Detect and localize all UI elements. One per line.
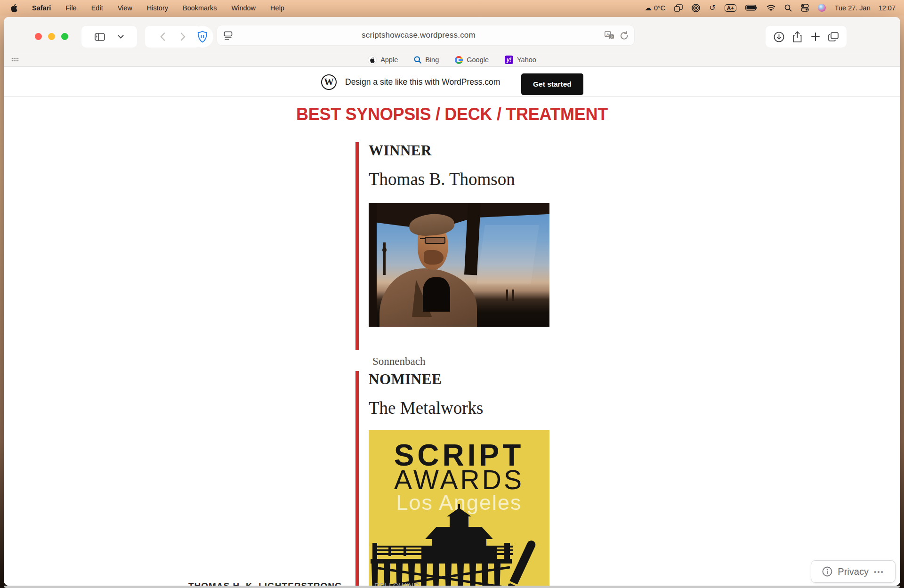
menu-bar-clock[interactable]: Tue 27. Jan 12:07 bbox=[835, 4, 896, 12]
screen-mirroring-icon[interactable] bbox=[674, 4, 683, 12]
menu-item-window[interactable]: Window bbox=[232, 4, 256, 12]
weather-cloud-icon: ☁ bbox=[645, 4, 652, 12]
page-format-icon[interactable] bbox=[217, 31, 233, 40]
yahoo-favicon: y! bbox=[505, 56, 513, 64]
chimney-silhouette bbox=[506, 290, 508, 301]
chimney-silhouette bbox=[512, 290, 514, 301]
date-label: Tue 27. Jan bbox=[835, 4, 871, 12]
favorite-label: Google bbox=[467, 56, 489, 64]
beard bbox=[424, 250, 444, 265]
reload-icon[interactable] bbox=[620, 31, 629, 40]
wordpress-logo-icon: W bbox=[321, 74, 337, 90]
desktop-background: Safari File Edit View History Bookmarks … bbox=[0, 0, 904, 588]
get-started-button[interactable]: Get started bbox=[521, 73, 583, 95]
apple-favicon bbox=[368, 56, 377, 64]
zoom-window-button[interactable] bbox=[61, 33, 68, 40]
download-icon[interactable] bbox=[774, 32, 784, 42]
info-icon bbox=[822, 566, 832, 577]
page-title: BEST SYNOPSIS / DECK / TREATMENT bbox=[4, 105, 900, 124]
sidebar-control bbox=[81, 26, 137, 48]
clipped-label-fragment: FOLLOWING bbox=[374, 582, 420, 586]
bing-favicon bbox=[414, 56, 421, 64]
nominee-name: The Metalworks bbox=[369, 398, 685, 418]
wordpress-banner: W Design a site like this with WordPress… bbox=[4, 67, 900, 97]
accessibility-a-plus-icon[interactable]: A+ bbox=[725, 4, 736, 12]
tv-tower-silhouette bbox=[383, 242, 386, 274]
page-content: BEST SYNOPSIS / DECK / TREATMENT WINNER … bbox=[4, 97, 900, 586]
battery-icon[interactable] bbox=[745, 4, 758, 12]
menu-item-edit[interactable]: Edit bbox=[91, 4, 103, 12]
favorite-label: Yahoo bbox=[517, 56, 536, 64]
menu-item-history[interactable]: History bbox=[147, 4, 168, 12]
winner-label: WINNER bbox=[369, 142, 685, 159]
black-turtleneck bbox=[423, 277, 450, 312]
temperature-label: 0°C bbox=[654, 4, 665, 12]
hotspot-icon[interactable] bbox=[692, 4, 700, 12]
favorite-label: Bing bbox=[425, 56, 439, 64]
weather-status[interactable]: ☁ 0°C bbox=[645, 4, 665, 12]
minimize-window-button[interactable] bbox=[48, 33, 55, 40]
spotlight-search-icon[interactable] bbox=[784, 4, 792, 12]
safari-window: scriptshowcase.wordpress.com A文 bbox=[4, 17, 900, 586]
toolbar-actions bbox=[766, 26, 847, 48]
sidebar-icon[interactable] bbox=[95, 33, 105, 41]
sidebar-chevron-down-icon[interactable] bbox=[118, 35, 124, 39]
favorites-grid-icon[interactable] bbox=[11, 57, 19, 63]
share-icon[interactable] bbox=[792, 31, 802, 43]
favorite-bing[interactable]: Bing bbox=[414, 56, 439, 64]
privacy-button[interactable]: Privacy ••• bbox=[811, 560, 896, 583]
favorite-yahoo[interactable]: y! Yahoo bbox=[505, 56, 536, 64]
wifi-icon[interactable] bbox=[767, 4, 775, 12]
control-center-icon[interactable] bbox=[801, 4, 809, 12]
svg-text:文: 文 bbox=[610, 35, 614, 39]
safari-toolbar: scriptshowcase.wordpress.com A文 bbox=[4, 17, 900, 53]
window-frame-left bbox=[369, 203, 377, 327]
apple-menu-icon[interactable] bbox=[10, 4, 17, 12]
window-traffic-lights bbox=[35, 33, 68, 40]
new-tab-icon[interactable] bbox=[811, 32, 820, 41]
macos-menu-bar: Safari File Edit View History Bookmarks … bbox=[0, 0, 904, 16]
siri-icon[interactable] bbox=[818, 4, 826, 12]
clipped-heading-fragment: THOMAS H. K. LIGHTERSTRONG bbox=[188, 581, 342, 586]
content-blocker-shield-icon[interactable] bbox=[192, 26, 213, 48]
window-bottom-edge bbox=[4, 586, 900, 588]
favorites-bar: Apple Bing Google y! Yahoo bbox=[4, 53, 900, 67]
window-reflection bbox=[476, 225, 539, 284]
menu-item-help[interactable]: Help bbox=[270, 4, 284, 12]
more-options-dots-icon[interactable]: ••• bbox=[874, 568, 884, 576]
favorite-label: Apple bbox=[380, 56, 398, 64]
nominee-label: NOMINEE bbox=[369, 371, 685, 388]
banner-text: Design a site like this with WordPress.c… bbox=[345, 77, 500, 87]
time-machine-icon[interactable]: ↺ bbox=[709, 4, 715, 12]
menu-item-file[interactable]: File bbox=[65, 4, 76, 12]
forward-button[interactable] bbox=[180, 32, 186, 41]
script-awards-poster: SCRIPT AWARDS Los Angeles bbox=[369, 430, 549, 586]
address-bar[interactable]: scriptshowcase.wordpress.com A文 bbox=[217, 25, 635, 46]
glasses bbox=[425, 237, 445, 243]
favorite-google[interactable]: Google bbox=[455, 56, 489, 64]
back-button[interactable] bbox=[160, 32, 165, 41]
winner-name: Thomas B. Thomson bbox=[369, 169, 685, 189]
menu-item-view[interactable]: View bbox=[118, 4, 132, 12]
translate-icon[interactable]: A文 bbox=[605, 31, 614, 40]
privacy-label: Privacy bbox=[838, 566, 869, 577]
time-label: 12:07 bbox=[879, 4, 896, 12]
google-favicon bbox=[455, 56, 463, 64]
winner-photo-caption: Sonnenbach bbox=[372, 355, 425, 368]
tab-overview-icon[interactable] bbox=[828, 32, 839, 41]
menu-item-bookmarks[interactable]: Bookmarks bbox=[183, 4, 217, 12]
clipped-bottom-text: THOMAS H. K. LIGHTERSTRONGFOLLOWING bbox=[188, 581, 612, 586]
url-text[interactable]: scriptshowcase.wordpress.com bbox=[233, 31, 605, 40]
winner-photo bbox=[369, 203, 549, 327]
favorite-apple[interactable]: Apple bbox=[368, 56, 398, 64]
menu-item-safari[interactable]: Safari bbox=[32, 4, 51, 12]
close-window-button[interactable] bbox=[35, 33, 42, 40]
